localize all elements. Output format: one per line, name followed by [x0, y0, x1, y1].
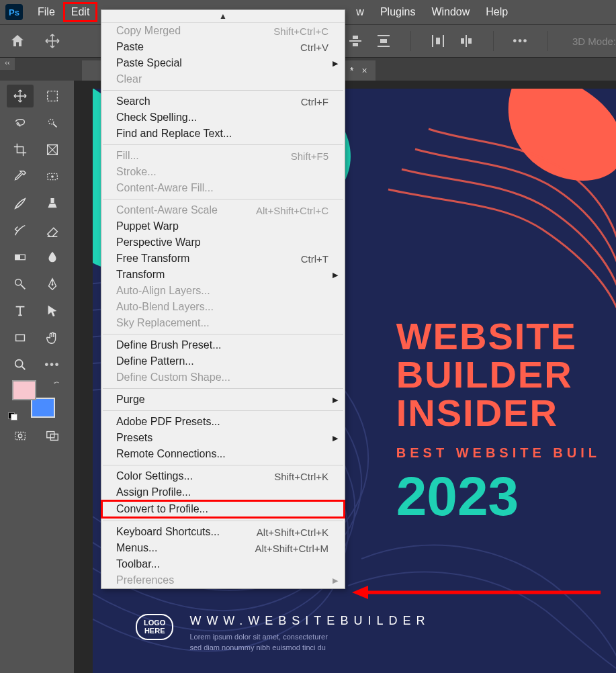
move-tool[interactable] [7, 85, 34, 107]
healing-brush-tool[interactable] [39, 165, 66, 188]
menu-separator [103, 334, 343, 334]
menu-scroll-up-icon[interactable]: ▲ [101, 10, 345, 23]
tab-close-icon[interactable]: × [360, 65, 368, 76]
menu-plugins[interactable]: Plugins [372, 2, 423, 22]
svg-rect-27 [16, 334, 25, 341]
menu-item-label: Search [116, 95, 150, 107]
color-swatches[interactable]: ⤺ [12, 380, 55, 418]
menu-item-purge[interactable]: Purge▶ [101, 392, 345, 408]
svg-rect-8 [353, 43, 358, 46]
path-select-tool[interactable] [39, 300, 66, 322]
menu-item-puppet-warp[interactable]: Puppet Warp [101, 218, 345, 234]
menu-separator [103, 90, 343, 91]
edit-toolbar-icon[interactable]: ••• [39, 353, 66, 376]
menu-item-check-spelling[interactable]: Check Spelling... [101, 109, 345, 126]
menu-item-label: Check Spelling... [116, 111, 197, 124]
svg-rect-18 [48, 91, 58, 101]
menu-item-find-and-replace-text[interactable]: Find and Replace Text... [101, 126, 345, 142]
eyedropper-tool[interactable] [7, 165, 34, 188]
menu-obscured-w[interactable]: w [348, 2, 372, 22]
svg-rect-17 [468, 38, 472, 44]
type-tool[interactable] [7, 300, 34, 322]
more-options-icon[interactable]: ••• [513, 33, 529, 49]
menu-item-presets[interactable]: Presets▶ [101, 430, 345, 446]
lasso-tool[interactable] [7, 111, 34, 134]
menu-item-label: Convert to Profile... [116, 503, 208, 515]
menu-help[interactable]: Help [478, 2, 516, 22]
blur-tool[interactable] [39, 246, 66, 269]
svg-rect-12 [432, 35, 433, 47]
menu-item-paste[interactable]: PasteCtrl+V [101, 39, 345, 55]
brush-tool[interactable] [7, 192, 34, 215]
menu-item-assign-profile[interactable]: Assign Profile... [101, 484, 345, 500]
menu-item-remote-connections[interactable]: Remote Connections... [101, 446, 345, 462]
distribute-left-icon[interactable] [430, 33, 446, 49]
artwork-subtitle: BEST WEBSITE BUIL [396, 445, 601, 461]
eraser-tool[interactable] [39, 219, 66, 242]
menu-item-perspective-warp[interactable]: Perspective Warp [101, 234, 345, 251]
default-colors-icon[interactable] [8, 412, 17, 420]
menu-item-shortcut: Alt+Shift+Ctrl+C [256, 205, 328, 216]
menu-item-search[interactable]: SearchCtrl+F [101, 93, 345, 109]
menu-item-label: Content-Aware Fill... [116, 182, 214, 194]
menu-item-label: Paste [116, 41, 144, 53]
move-tool-icon[interactable] [44, 33, 60, 49]
submenu-arrow-icon: ▶ [333, 396, 338, 404]
artwork-footer-url: WWW.WEBSITEBUILDER [189, 614, 430, 628]
svg-point-22 [51, 175, 54, 178]
history-brush-tool[interactable] [7, 219, 34, 242]
clone-stamp-tool[interactable] [39, 192, 66, 215]
menu-item-color-settings[interactable]: Color Settings...Shift+Ctrl+K [101, 468, 345, 484]
menu-item-label: Clear [116, 73, 142, 85]
svg-rect-14 [443, 35, 444, 47]
background-color-swatch[interactable] [31, 398, 55, 418]
menu-item-menus[interactable]: Menus...Alt+Shift+Ctrl+M [101, 540, 345, 556]
menu-item-convert-to-profile[interactable]: Convert to Profile... [101, 500, 345, 519]
menu-item-shortcut: Shift+Ctrl+K [274, 471, 328, 482]
frame-tool[interactable] [39, 138, 66, 161]
menu-item-shortcut: Alt+Shift+Ctrl+M [255, 543, 328, 554]
home-icon[interactable] [9, 33, 26, 49]
menu-item-toolbar[interactable]: Toolbar... [101, 556, 345, 572]
swap-colors-icon[interactable]: ⤺ [54, 379, 59, 386]
menu-item-transform[interactable]: Transform▶ [101, 267, 345, 283]
screen-mode-icon[interactable] [39, 424, 66, 447]
menu-window[interactable]: Window [423, 2, 478, 22]
menu-item-define-pattern[interactable]: Define Pattern... [101, 353, 345, 369]
menu-item-define-brush-preset[interactable]: Define Brush Preset... [101, 337, 345, 353]
distribute-hcenter-icon[interactable] [458, 33, 474, 49]
edit-menu-dropdown: ▲ Copy MergedShift+Ctrl+CPasteCtrl+VPast… [101, 9, 345, 589]
menu-item-adobe-pdf-presets[interactable]: Adobe PDF Presets... [101, 414, 345, 430]
artwork-logo-placeholder: LOGO HERE [136, 614, 173, 640]
panel-collapse-icon[interactable]: ‹‹ [0, 58, 15, 70]
quick-mask-icon[interactable] [7, 424, 34, 447]
hand-tool[interactable] [39, 326, 66, 349]
tab-modified-indicator: * [350, 65, 353, 76]
distribute-bottom-icon[interactable] [376, 33, 392, 49]
menu-item-label: Menus... [116, 542, 157, 554]
rect-marquee-tool[interactable] [39, 85, 66, 107]
quick-select-tool[interactable] [39, 111, 66, 134]
menu-item-label: Adobe PDF Presets... [116, 416, 220, 428]
foreground-color-swatch[interactable] [12, 380, 36, 400]
menu-item-free-transform[interactable]: Free TransformCtrl+T [101, 251, 345, 267]
menu-item-label: Remote Connections... [116, 448, 226, 460]
menu-file[interactable]: File [30, 2, 63, 22]
menu-item-keyboard-shortcuts[interactable]: Keyboard Shortcuts...Alt+Shift+Ctrl+K [101, 524, 345, 540]
menu-edit[interactable]: Edit [63, 2, 98, 22]
dodge-tool[interactable] [7, 273, 34, 296]
pen-tool[interactable] [39, 273, 66, 296]
distribute-vcenter-icon[interactable] [347, 33, 363, 49]
app-logo[interactable]: Ps [5, 4, 23, 20]
rectangle-tool[interactable] [7, 326, 34, 349]
crop-tool[interactable] [7, 138, 34, 161]
menu-item-stroke: Stroke... [101, 164, 345, 180]
menu-item-fill: Fill...Shift+F5 [101, 148, 345, 164]
gradient-tool[interactable] [7, 246, 34, 269]
menu-item-label: Sky Replacement... [116, 317, 210, 329]
zoom-tool[interactable] [7, 353, 34, 376]
menu-item-shortcut: Shift+Ctrl+C [273, 26, 328, 37]
menu-item-paste-special[interactable]: Paste Special▶ [101, 55, 345, 71]
artwork-title-line3: INSIDER [396, 394, 601, 432]
menu-item-preferences: Preferences▶ [101, 572, 345, 588]
